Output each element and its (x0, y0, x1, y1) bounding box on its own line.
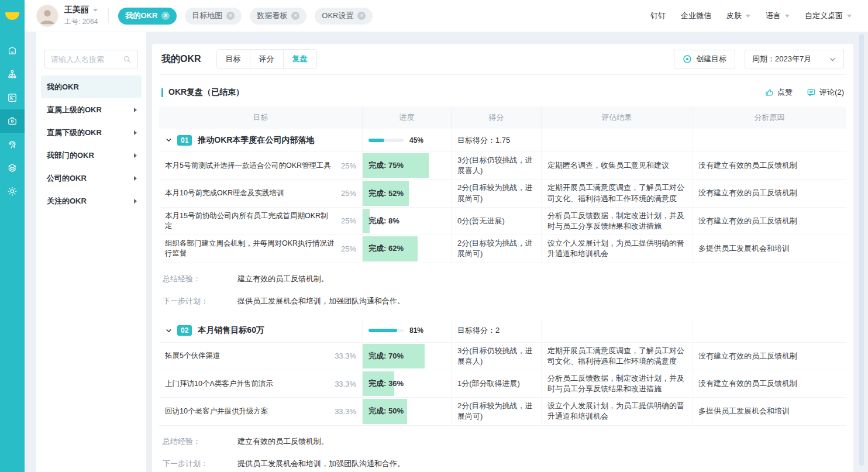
topbar: 王美丽 工号: 2064 我的OKR×目标地图×数据看板×OKR设置× 钉钉企业… (25, 0, 868, 32)
column-header: 进度 (363, 106, 452, 129)
summary-text: 建立有效的员工反馈机制。 (237, 274, 329, 284)
rail-item-fingerprint[interactable] (0, 133, 25, 156)
topbar-link[interactable]: 企业微信 (681, 11, 711, 21)
user-name: 王美丽 (64, 5, 89, 15)
topbar-link[interactable]: 皮肤 (726, 11, 750, 21)
layers-icon (6, 162, 18, 174)
close-icon[interactable]: × (161, 12, 170, 20)
objective-index-badge: 01 (177, 135, 192, 146)
objective-index-badge: 02 (177, 325, 192, 336)
create-objective-button[interactable]: 创建目标 (674, 50, 735, 68)
topbar-link-label: 企业微信 (681, 11, 711, 21)
rail-item-id-card[interactable] (0, 86, 25, 109)
topbar-link[interactable]: 钉钉 (650, 11, 666, 21)
objective-notes: 总结经验：建立有效的员工反馈机制。下一步计划：提供员工发展机会和培训，加强团队沟… (159, 426, 846, 472)
topbar-link[interactable]: 自定义桌面 (805, 11, 852, 21)
target-icon (683, 54, 692, 64)
settings-icon (6, 185, 18, 197)
kr-evaluation-cell: 设立个人发展计划，为员工提供明确的晋升通道和培训机会 (542, 398, 693, 425)
chevron-right-icon (134, 199, 137, 204)
workspace-tab-label: 数据看板 (257, 11, 287, 21)
fingerprint-icon (6, 139, 18, 150)
id-card-icon (6, 92, 18, 104)
sidebar-item[interactable]: 直属下级的OKR (41, 121, 142, 144)
app-logo[interactable] (0, 0, 25, 32)
close-icon[interactable]: × (226, 12, 235, 20)
kr-weight: 25% (341, 244, 356, 253)
sidebar-item[interactable]: 关注的OKR (41, 190, 142, 212)
caret-down-icon (93, 9, 98, 12)
kr-completion-value: 完成: 52% (368, 188, 404, 199)
empty-cell (693, 319, 846, 343)
rail-item-settings[interactable] (0, 180, 25, 203)
kr-title: 拓展5个伙伴渠道 (165, 351, 335, 361)
empty-cell (542, 319, 693, 343)
topbar-link-label: 钉钉 (650, 11, 666, 21)
chevron-right-icon (134, 108, 137, 112)
okr-app-page: 王美丽 工号: 2064 我的OKR×目标地图×数据看板×OKR设置× 钉钉企业… (0, 0, 868, 472)
sidebar-item[interactable]: 我部门的OKR (41, 144, 142, 167)
workspace-tab[interactable]: 数据看板× (250, 8, 306, 25)
employee-id: 工号: 2064 (64, 17, 98, 27)
avatar[interactable] (36, 5, 58, 27)
close-icon[interactable]: × (291, 12, 299, 20)
summary-text: 建立有效的员工反馈机制。 (237, 436, 329, 447)
chevron-right-icon (134, 153, 137, 158)
kr-weight: 33.3% (335, 380, 356, 388)
kr-row: 回访10个老客户并提供升级方案33.3%完成: 50%2分(目标较为挑战，进展尚… (159, 398, 846, 425)
objective-title: 推动OKR本季度在公司内部落地 (198, 135, 314, 146)
workspace-tab[interactable]: 我的OKR× (118, 8, 177, 25)
person-search (44, 50, 138, 68)
empty-cell (693, 129, 846, 152)
kr-completion-value: 完成: 36% (368, 378, 404, 389)
kr-title-cell: 本月15号前协助公司内所有员工完成首周期OKR制定25% (159, 208, 363, 235)
kr-completion-cell: 完成: 36% (363, 370, 452, 398)
chevron-down-icon[interactable] (165, 327, 173, 335)
view-tab[interactable]: 复盘 (283, 50, 316, 68)
kr-evaluation: 定期匿名调查，收集员工意见和建议 (547, 160, 669, 171)
period-select[interactable]: 周期：2023年7月 (745, 50, 844, 68)
sidebar-item[interactable]: 我的OKR (41, 75, 142, 98)
workspace-tab[interactable]: OKR设置× (315, 8, 373, 25)
kr-analysis: 多提供员工发展机会和培训 (698, 243, 790, 254)
objective-progress-cell: 45% (363, 129, 452, 152)
thumbs-up-button[interactable]: 点赞 (764, 87, 793, 98)
kr-row: 上门拜访10个A类客户并售前演示33.3%完成: 36%1分(部分取得进展)分析… (159, 370, 846, 398)
topbar-link[interactable]: 语言 (766, 11, 790, 21)
user-menu[interactable]: 王美丽 (64, 5, 98, 15)
kr-evaluation: 定期开展员工满意度调查，了解员工对公司文化、福利待遇和工作环境的满意度 (547, 182, 686, 204)
kr-analysis: 没有建立有效的员工反馈机制 (698, 160, 797, 171)
kr-analysis-cell: 没有建立有效的员工反馈机制 (693, 370, 846, 398)
kr-evaluation-cell: 设立个人发展计划，为员工提供明确的晋升通道和培训机会 (542, 235, 693, 263)
rail-item-workbench[interactable] (0, 109, 25, 133)
sidebar-item[interactable]: 直属上级的OKR (41, 98, 142, 121)
sidebar-item[interactable]: 公司的OKR (41, 167, 142, 190)
objective-progress-bar (368, 139, 404, 142)
workspace-tab[interactable]: 目标地图× (185, 8, 242, 25)
review-title: OKR复盘（已结束） (168, 87, 244, 98)
kr-row: 本月5号前测试并选择一款适合公司的OKR管理工具25%完成: 75%3分(目标仍… (159, 152, 846, 180)
view-tab[interactable]: 评分 (250, 50, 283, 68)
rail-item-home[interactable] (0, 39, 25, 63)
kr-title: 组织各部门建立周会机制，并每周对OKR执行情况进行监督 (165, 239, 341, 259)
workbench-icon (6, 115, 18, 127)
close-icon[interactable]: × (357, 12, 366, 20)
view-tab[interactable]: 目标 (217, 50, 250, 68)
kr-evaluation-cell: 定期开展员工满意度调查，了解员工对公司文化、福利待遇和工作环境的满意度 (542, 343, 693, 370)
chevron-down-icon[interactable] (165, 136, 173, 144)
page-scrollbar[interactable] (859, 34, 864, 466)
caret-down-icon (847, 15, 852, 18)
search-input[interactable] (51, 55, 123, 64)
action-label: 点赞 (777, 87, 793, 98)
comment-button[interactable]: 评论(2) (807, 87, 844, 98)
kr-weight: 33.3% (335, 407, 356, 416)
kr-score-cell: 2分(目标较为挑战，进展尚可) (452, 235, 542, 263)
sidebar-item-label: 直属下级的OKR (47, 128, 102, 138)
kr-title: 本月5号前测试并选择一款适合公司的OKR管理工具 (165, 161, 341, 171)
kr-title-cell: 本月5号前测试并选择一款适合公司的OKR管理工具25% (159, 152, 363, 180)
rail-item-layers[interactable] (0, 156, 25, 180)
kr-analysis-cell: 没有建立有效的员工反馈机制 (693, 180, 846, 207)
rail-item-org-chart[interactable] (0, 63, 25, 86)
kr-analysis: 没有建立有效的员工反馈机制 (698, 351, 797, 361)
review-section-header: OKR复盘（已结束） 点赞评论(2) (159, 82, 846, 103)
